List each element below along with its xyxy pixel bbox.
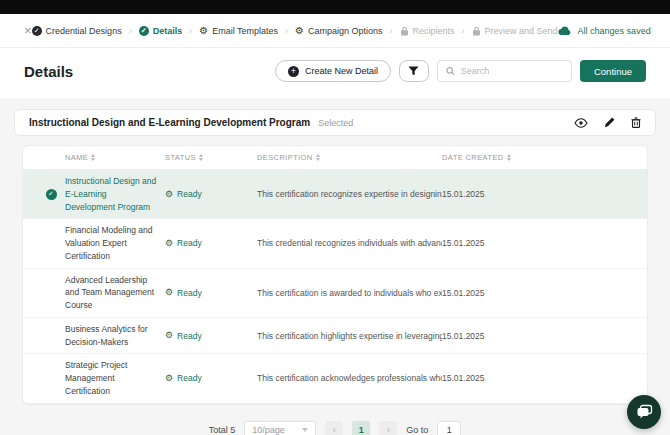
step-details[interactable]: ✓ Details	[139, 26, 183, 36]
row-description: This certification acknowledges professi…	[257, 373, 442, 383]
table-body: ✓ Instructional Design and E-Learning De…	[23, 170, 647, 403]
trash-icon	[631, 117, 641, 128]
status-label: Ready	[177, 238, 202, 248]
column-header-label: STATUS	[165, 153, 196, 162]
lock-icon	[400, 26, 409, 36]
status-gear-icon: ⚙	[165, 239, 173, 248]
row-description: This certification recognizes expertise …	[257, 189, 442, 199]
table-row[interactable]: ✓ Instructional Design and E-Learning De…	[23, 170, 647, 219]
table-row[interactable]: ✓ Advanced Leadership and Team Managemen…	[23, 269, 647, 318]
table-row[interactable]: ✓ Financial Modeling and Valuation Exper…	[23, 219, 647, 268]
column-header-name[interactable]: NAME	[65, 153, 165, 162]
details-table: NAME STATUS DESCRIPTION DATE CREATED ✓ I…	[22, 145, 648, 404]
window-top-bar	[0, 0, 670, 14]
filter-button[interactable]	[399, 60, 429, 82]
main-content: Instructional Design and E-Learning Deve…	[0, 98, 670, 435]
table-row[interactable]: ✓ Strategic Project Management Certifica…	[23, 354, 647, 402]
row-date-created: 15.01.2025	[442, 288, 633, 298]
step-label: Credential Designs	[46, 26, 122, 36]
page-1-button[interactable]: 1	[352, 421, 370, 435]
sort-icon[interactable]	[91, 154, 95, 161]
step-label: Preview and Send	[485, 26, 558, 36]
status-gear-icon: ⚙	[165, 190, 173, 199]
column-header-status[interactable]: STATUS	[165, 153, 257, 162]
row-name[interactable]: Advanced Leadership and Team Management …	[65, 274, 165, 312]
next-page-button[interactable]: ›	[379, 421, 397, 435]
goto-page-input[interactable]	[437, 421, 461, 435]
step-credential-designs[interactable]: ✓ Credential Designs	[32, 26, 122, 36]
edit-button[interactable]	[604, 117, 615, 128]
row-date-created: 15.01.2025	[442, 373, 633, 383]
row-date-created: 15.01.2025	[442, 189, 633, 199]
status-gear-icon: ⚙	[165, 331, 173, 340]
status-label: Ready	[177, 288, 202, 298]
pagination: Total 5 10/page ‹ 1 › Go to	[14, 421, 656, 435]
row-status: ⚙ Ready	[165, 373, 257, 383]
status-label: Ready	[177, 189, 202, 199]
row-selected-check-icon: ✓	[46, 189, 57, 200]
column-header-label: DATE CREATED	[442, 153, 504, 162]
selected-detail-actions	[574, 117, 641, 128]
preview-button[interactable]	[574, 118, 588, 128]
row-description: This certification is awarded to individ…	[257, 288, 442, 298]
search-input[interactable]	[461, 66, 563, 76]
create-new-detail-label: Create New Detail	[305, 66, 378, 76]
column-header-description[interactable]: DESCRIPTION	[257, 153, 442, 162]
sort-icon[interactable]	[507, 154, 511, 161]
close-icon[interactable]: ×	[24, 23, 32, 38]
row-date-created: 15.01.2025	[442, 238, 633, 248]
step-email-templates[interactable]: ⚙ Email Templates	[199, 26, 278, 36]
chat-widget-button[interactable]	[627, 395, 661, 429]
table-header-row: NAME STATUS DESCRIPTION DATE CREATED	[23, 146, 647, 170]
step-campaign-options[interactable]: ⚙ Campaign Options	[295, 26, 383, 36]
row-date-created: 15.01.2025	[442, 331, 633, 341]
chevron-separator-icon: ›	[129, 26, 132, 36]
column-header-label: DESCRIPTION	[257, 153, 313, 162]
step-label: Details	[153, 26, 183, 36]
filter-funnel-icon	[408, 66, 419, 77]
row-status: ⚙ Ready	[165, 238, 257, 248]
column-header-date-created[interactable]: DATE CREATED	[442, 153, 633, 162]
save-status-label: All changes saved	[578, 26, 651, 36]
status-label: Ready	[177, 373, 202, 383]
table-row[interactable]: ✓ Business Analytics for Decision-Makers…	[23, 318, 647, 355]
row-name[interactable]: Financial Modeling and Valuation Expert …	[65, 224, 165, 262]
page-size-select[interactable]: 10/page	[244, 421, 316, 435]
row-name[interactable]: Instructional Design and E-Learning Deve…	[65, 175, 165, 213]
chevron-separator-icon: ›	[390, 26, 393, 36]
step-label: Recipients	[413, 26, 455, 36]
search-box	[437, 60, 572, 82]
chat-bubble-icon	[636, 404, 653, 420]
eye-icon	[574, 118, 588, 128]
sort-icon[interactable]	[199, 154, 203, 161]
row-status: ⚙ Ready	[165, 288, 257, 298]
gear-icon: ⚙	[295, 26, 304, 36]
create-new-detail-button[interactable]: + Create New Detail	[275, 60, 391, 82]
chevron-separator-icon: ›	[285, 26, 288, 36]
step-recipients[interactable]: Recipients	[400, 26, 455, 36]
delete-button[interactable]	[631, 117, 641, 128]
plus-circle-icon: +	[288, 66, 299, 77]
wizard-stepper: ✓ Credential Designs › ✓ Details › ⚙ Ema…	[32, 26, 558, 36]
toolbar-actions: + Create New Detail Continue	[275, 60, 646, 82]
step-preview-and-send[interactable]: Preview and Send	[472, 26, 558, 36]
status-gear-icon: ⚙	[165, 374, 173, 383]
selected-detail-title: Instructional Design and E-Learning Deve…	[29, 117, 310, 128]
pagination-total: Total 5	[209, 425, 236, 435]
row-name[interactable]: Business Analytics for Decision-Makers	[65, 323, 165, 349]
chevron-separator-icon: ›	[189, 26, 192, 36]
selected-badge: Selected	[318, 118, 353, 128]
continue-button[interactable]: Continue	[580, 60, 646, 82]
page-toolbar: Details + Create New Detail Continue	[0, 48, 670, 98]
row-description: This certification highlights expertise …	[257, 331, 442, 341]
page-title: Details	[24, 63, 73, 80]
prev-page-button[interactable]: ‹	[325, 421, 343, 435]
goto-label: Go to	[406, 425, 428, 435]
step-label: Campaign Options	[308, 26, 383, 36]
step-label: Email Templates	[212, 26, 278, 36]
lock-icon	[472, 26, 481, 36]
row-name[interactable]: Strategic Project Management Certificati…	[65, 359, 165, 397]
sort-icon[interactable]	[316, 154, 320, 161]
save-status: All changes saved	[558, 26, 651, 36]
column-header-label: NAME	[65, 153, 88, 162]
